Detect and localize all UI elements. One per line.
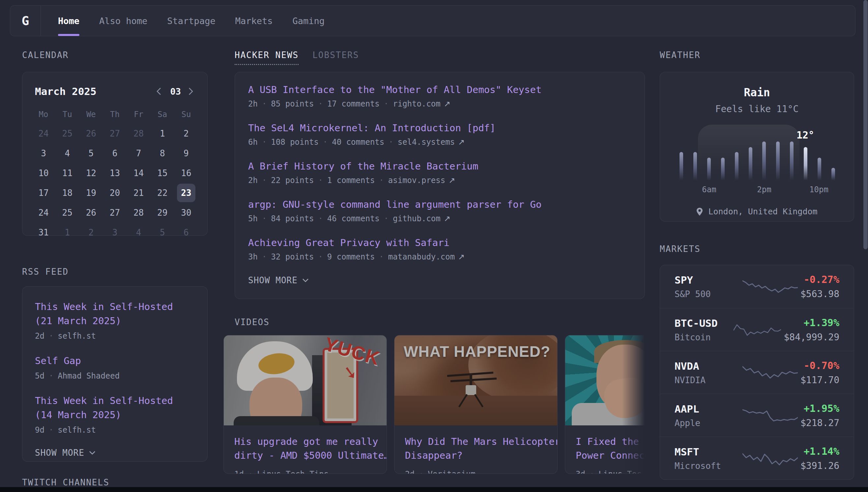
calendar-day-selected: 23 bbox=[177, 184, 195, 202]
market-name: NVIDIA bbox=[675, 375, 740, 385]
weekday-label: Su bbox=[174, 106, 198, 123]
market-change: +1.14% bbox=[800, 445, 839, 457]
news-item-link[interactable]: Achieving Great Privacy with Safari bbox=[248, 237, 631, 248]
video-card[interactable]: WHAT HAPPENED? Why Did The Mars Helicopt… bbox=[394, 335, 558, 474]
logo-box: G bbox=[10, 6, 41, 36]
sparkline-chart bbox=[742, 405, 798, 425]
market-name: S&P 500 bbox=[675, 289, 740, 299]
market-change: +1.95% bbox=[800, 403, 839, 414]
news-item: A Brief History of the Miracle Bacterium… bbox=[248, 161, 631, 185]
weather-bar bbox=[790, 142, 793, 180]
news-tabs: HACKER NEWS LOBSTERS bbox=[235, 50, 359, 65]
calendar-section-title: CALENDAR bbox=[22, 50, 69, 60]
weather-feels-like: Feels like 11°C bbox=[660, 103, 854, 115]
calendar-day: 29 bbox=[151, 203, 174, 222]
video-thumbnail: YUCK ➘ bbox=[224, 335, 387, 425]
market-price: $563.98 bbox=[800, 289, 839, 299]
markets-section-title: MARKETS bbox=[660, 244, 701, 254]
news-domain-link[interactable]: matanabudy.com↗ bbox=[379, 252, 465, 262]
geek-squad-badge-graphic bbox=[257, 351, 296, 376]
weather-bar bbox=[680, 152, 683, 180]
taskbar-edge bbox=[0, 487, 868, 492]
news-item: Achieving Great Privacy with Safari 3h 3… bbox=[248, 237, 631, 262]
calendar-day: 24 bbox=[32, 124, 55, 143]
tab-hacker-news[interactable]: HACKER NEWS bbox=[235, 50, 298, 65]
pc-case-graphic bbox=[312, 355, 351, 425]
weekday-label: We bbox=[79, 106, 103, 123]
weather-location: London, United Kingdom bbox=[660, 207, 854, 216]
hour-label: 10pm bbox=[809, 185, 828, 194]
news-item-link[interactable]: A Brief History of the Miracle Bacterium bbox=[248, 161, 631, 172]
market-row[interactable]: SPY S&P 500 -0.27% $563.98 bbox=[660, 265, 854, 308]
calendar-day: 3 bbox=[32, 144, 55, 163]
calendar-day: 5 bbox=[151, 223, 174, 236]
market-name: Apple bbox=[675, 418, 740, 428]
weather-bar bbox=[832, 168, 835, 180]
external-link-icon: ↗ bbox=[458, 138, 465, 147]
rss-show-more-button[interactable]: SHOW MORE bbox=[35, 448, 195, 458]
tab-startpage[interactable]: Startpage bbox=[167, 6, 215, 36]
thumb-overlay-text: YUCK bbox=[322, 335, 383, 369]
calendar-day: 25 bbox=[55, 124, 79, 143]
hard-hat-graphic bbox=[237, 341, 313, 391]
market-row[interactable]: NVDA NVIDIA -0.70% $117.70 bbox=[660, 351, 854, 394]
news-show-more-button[interactable]: SHOW MORE bbox=[248, 275, 631, 285]
external-link-icon: ↗ bbox=[444, 99, 450, 108]
rss-item-link[interactable]: This Week in Self-Hosted (21 March 2025) bbox=[35, 300, 195, 328]
calendar-day: 25 bbox=[55, 203, 79, 222]
rss-item-meta: 9d selfh.st bbox=[35, 425, 195, 435]
calendar-day: 7 bbox=[127, 144, 151, 163]
calendar-day: 8 bbox=[151, 144, 174, 163]
calendar-day: 12 bbox=[79, 164, 103, 182]
video-title[interactable]: His upgrade got me really dirty - AMD $5… bbox=[234, 435, 376, 462]
rss-item: This Week in Self-Hosted (14 March 2025)… bbox=[35, 394, 195, 435]
tab-lobsters[interactable]: LOBSTERS bbox=[312, 50, 359, 65]
market-price: $391.26 bbox=[800, 460, 839, 471]
news-domain-link[interactable]: righto.com↗ bbox=[384, 99, 450, 108]
twitch-section-title: TWITCH CHANNELS bbox=[22, 477, 109, 487]
market-row[interactable]: AAPL Apple +1.95% $218.27 bbox=[660, 394, 854, 437]
calendar-day: 4 bbox=[55, 144, 79, 163]
calendar-day: 21 bbox=[127, 184, 151, 202]
dashboard-page: G Home Also home Startpage Markets Gamin… bbox=[0, 0, 868, 492]
news-item-link[interactable]: argp: GNU-style command line argument pa… bbox=[248, 199, 631, 210]
news-item: The SeL4 Microkernel: An Introduction [p… bbox=[248, 122, 631, 147]
news-domain-link[interactable]: asimov.press↗ bbox=[379, 176, 455, 185]
top-nav: G Home Also home Startpage Markets Gamin… bbox=[10, 5, 856, 36]
video-card[interactable]: YUCK ➘ His upgrade got me really dirty -… bbox=[223, 335, 387, 474]
news-item-link[interactable]: The SeL4 Microkernel: An Introduction [p… bbox=[248, 122, 631, 133]
external-link-icon: ↗ bbox=[444, 214, 450, 223]
calendar-day: 6 bbox=[174, 223, 198, 236]
news-item-link[interactable]: A USB Interface to the "Mother of All De… bbox=[248, 84, 631, 95]
news-domain-link[interactable]: sel4.systems↗ bbox=[389, 138, 465, 147]
tab-home[interactable]: Home bbox=[58, 6, 79, 36]
market-row[interactable]: BTC-USD Bitcoin +1.39% $84,999.29 bbox=[660, 308, 854, 351]
sparkline-chart bbox=[742, 277, 798, 296]
calendar-day: 22 bbox=[151, 184, 174, 202]
rss-item-link[interactable]: Self Gap bbox=[35, 354, 195, 368]
weather-bar-current bbox=[804, 147, 807, 180]
rss-card: This Week in Self-Hosted (21 March 2025)… bbox=[22, 286, 208, 462]
calendar-day: 2 bbox=[174, 124, 198, 143]
chevron-down-icon bbox=[89, 451, 96, 455]
video-meta: 1d Linus Tech Tips bbox=[234, 470, 376, 474]
calendar-prev-icon[interactable] bbox=[156, 87, 163, 96]
weather-section-title: WEATHER bbox=[660, 50, 701, 60]
scrollbar-thumb[interactable] bbox=[863, 0, 868, 249]
market-row[interactable]: MSFT Microsoft +1.14% $391.26 bbox=[660, 437, 854, 479]
weather-condition: Rain bbox=[660, 86, 854, 99]
mars-helicopter-graphic bbox=[444, 370, 503, 410]
tab-also-home[interactable]: Also home bbox=[99, 6, 147, 36]
rss-item-link[interactable]: This Week in Self-Hosted (14 March 2025) bbox=[35, 394, 195, 422]
weather-hour-axis: 6am 2pm 10pm bbox=[675, 185, 840, 195]
news-item-meta: 2h 22 points 1 comments asimov.press↗ bbox=[248, 176, 631, 185]
weather-bars bbox=[675, 125, 840, 180]
tab-gaming[interactable]: Gaming bbox=[292, 6, 324, 36]
video-title[interactable]: Why Did The Mars Helicopter Disappear? bbox=[405, 435, 547, 462]
news-domain-link[interactable]: github.com↗ bbox=[384, 214, 450, 223]
video-thumbnail: WHAT HAPPENED? bbox=[394, 335, 557, 425]
tab-markets[interactable]: Markets bbox=[235, 6, 273, 36]
calendar-next-icon[interactable] bbox=[188, 87, 195, 96]
calendar-day: 27 bbox=[103, 203, 127, 222]
rss-item-meta: 2d selfh.st bbox=[35, 331, 195, 341]
